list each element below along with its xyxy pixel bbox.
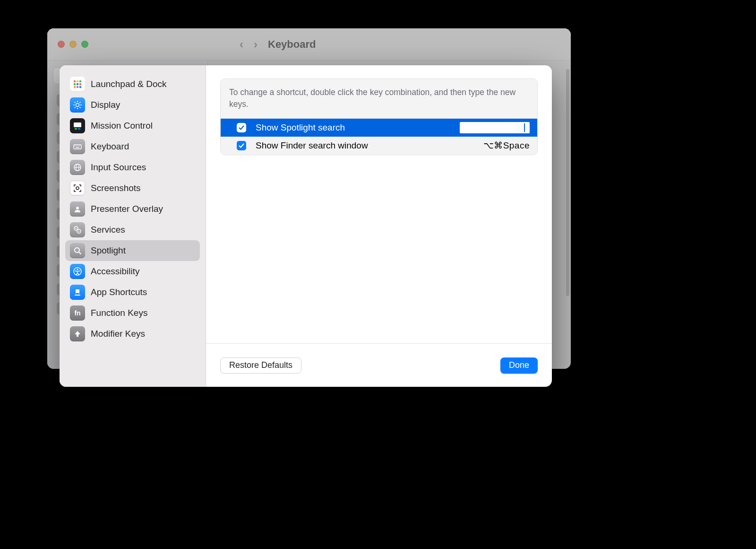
sidebar-item-display[interactable]: Display bbox=[65, 95, 200, 115]
sidebar-item-function-keys[interactable]: fn Function Keys bbox=[65, 303, 200, 323]
svg-rect-23 bbox=[76, 146, 77, 147]
svg-rect-7 bbox=[77, 86, 78, 88]
sidebar-item-label: Presenter Overlay bbox=[91, 204, 163, 214]
svg-rect-1 bbox=[77, 80, 78, 82]
svg-line-16 bbox=[75, 107, 76, 108]
sidebar-item-label: Function Keys bbox=[91, 308, 147, 318]
svg-rect-26 bbox=[76, 148, 79, 148]
svg-line-15 bbox=[79, 107, 80, 108]
sidebar-item-label: Display bbox=[91, 100, 120, 110]
sidebar-item-label: Screenshots bbox=[91, 183, 141, 193]
checkbox[interactable] bbox=[237, 123, 246, 132]
svg-rect-0 bbox=[74, 80, 76, 82]
svg-rect-6 bbox=[74, 86, 76, 88]
accessibility-icon bbox=[70, 264, 85, 279]
svg-line-17 bbox=[79, 102, 80, 103]
shortcut-category-sidebar: Launchpad & Dock Display Mission Control bbox=[60, 65, 206, 387]
sidebar-item-app-shortcuts[interactable]: App Shortcuts bbox=[65, 282, 200, 303]
sidebar-item-modifier-keys[interactable]: Modifier Keys bbox=[65, 323, 200, 344]
sidebar-item-label: Input Sources bbox=[91, 162, 146, 173]
sidebar-item-label: Services bbox=[91, 225, 125, 235]
svg-rect-18 bbox=[74, 122, 81, 127]
modifier-keys-icon bbox=[70, 326, 85, 341]
sidebar-item-screenshots[interactable]: Screenshots bbox=[65, 178, 200, 199]
sidebar-item-input-sources[interactable]: Input Sources bbox=[65, 157, 200, 178]
sidebar-item-launchpad-dock[interactable]: Launchpad & Dock bbox=[65, 74, 200, 95]
sheet-footer: Restore Defaults Done bbox=[206, 343, 552, 387]
sidebar-item-label: Keyboard bbox=[91, 141, 129, 152]
svg-rect-25 bbox=[79, 146, 80, 147]
restore-defaults-button[interactable]: Restore Defaults bbox=[220, 357, 301, 374]
sidebar-item-presenter-overlay[interactable]: Presenter Overlay bbox=[65, 199, 200, 219]
svg-rect-4 bbox=[77, 83, 78, 85]
svg-line-14 bbox=[75, 102, 76, 103]
svg-point-34 bbox=[76, 228, 77, 229]
keyboard-shortcuts-sheet: Launchpad & Dock Display Mission Control bbox=[60, 65, 552, 387]
sidebar-item-services[interactable]: Services bbox=[65, 219, 200, 240]
sidebar-item-label: Spotlight bbox=[91, 245, 126, 256]
svg-rect-5 bbox=[79, 83, 81, 85]
input-sources-icon bbox=[70, 160, 85, 175]
sidebar-item-spotlight[interactable]: Spotlight bbox=[65, 240, 200, 261]
svg-rect-22 bbox=[75, 146, 76, 147]
shortcuts-panel: To change a shortcut, double click the k… bbox=[220, 78, 538, 155]
services-icon bbox=[70, 222, 85, 237]
checkbox[interactable] bbox=[237, 141, 246, 150]
app-shortcuts-icon bbox=[70, 285, 85, 300]
sidebar-item-label: Mission Control bbox=[91, 121, 153, 131]
sidebar-item-accessibility[interactable]: Accessibility bbox=[65, 261, 200, 282]
shortcut-row-show-spotlight-search[interactable]: Show Spotlight search bbox=[221, 119, 537, 137]
sidebar-item-keyboard[interactable]: Keyboard bbox=[65, 136, 200, 157]
svg-point-31 bbox=[76, 207, 79, 209]
spotlight-icon bbox=[70, 243, 85, 258]
svg-point-9 bbox=[76, 104, 79, 107]
display-icon bbox=[70, 97, 85, 113]
shortcut-value[interactable]: ⌥⌘Space bbox=[483, 140, 530, 151]
svg-rect-2 bbox=[79, 80, 81, 82]
sidebar-item-label: App Shortcuts bbox=[91, 287, 147, 297]
sidebar-item-label: Modifier Keys bbox=[91, 329, 145, 339]
shortcut-label: Show Finder search window bbox=[256, 140, 474, 151]
panel-instructions: To change a shortcut, double click the k… bbox=[221, 79, 537, 119]
keyboard-icon bbox=[70, 139, 85, 154]
fn-icon: fn bbox=[70, 305, 85, 321]
svg-rect-21 bbox=[74, 145, 81, 149]
svg-point-35 bbox=[78, 231, 79, 232]
sidebar-item-label: Launchpad & Dock bbox=[91, 79, 167, 89]
svg-line-37 bbox=[79, 252, 81, 254]
svg-rect-3 bbox=[74, 83, 76, 85]
shortcut-edit-field[interactable] bbox=[460, 122, 530, 133]
svg-rect-40 bbox=[75, 295, 80, 296]
presenter-overlay-icon bbox=[70, 201, 85, 217]
shortcut-label: Show Spotlight search bbox=[256, 122, 450, 133]
svg-rect-19 bbox=[75, 128, 77, 130]
sidebar-item-mission-control[interactable]: Mission Control bbox=[65, 115, 200, 136]
launchpad-icon bbox=[70, 77, 85, 92]
done-button[interactable]: Done bbox=[500, 357, 538, 374]
shortcut-row-show-finder-search-window[interactable]: Show Finder search window ⌥⌘Space bbox=[221, 137, 537, 155]
svg-point-30 bbox=[76, 187, 79, 190]
svg-rect-24 bbox=[77, 146, 78, 147]
svg-rect-20 bbox=[78, 128, 80, 130]
svg-rect-8 bbox=[79, 86, 81, 88]
sidebar-item-label: Accessibility bbox=[91, 266, 139, 277]
sheet-main: To change a shortcut, double click the k… bbox=[206, 65, 552, 387]
svg-point-39 bbox=[77, 269, 78, 270]
mission-control-icon bbox=[70, 118, 85, 133]
screenshots-icon bbox=[70, 181, 85, 196]
